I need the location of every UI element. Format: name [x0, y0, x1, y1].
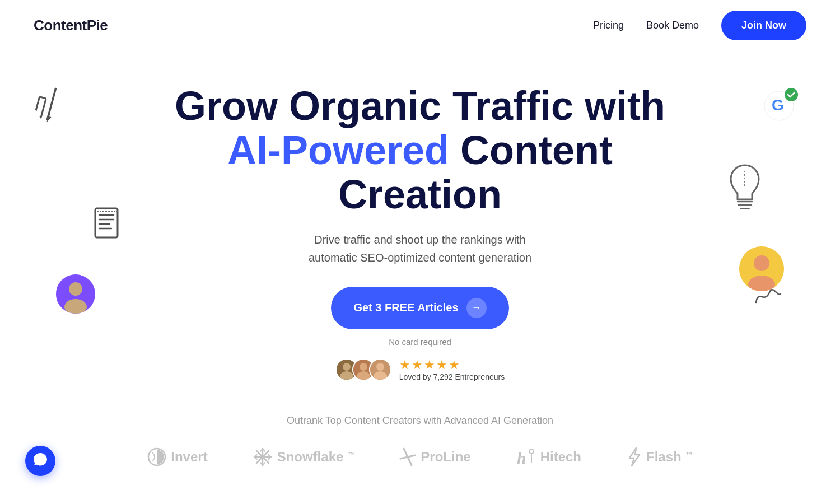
hero-title-line1: Grow Organic Traffic with [175, 83, 665, 128]
chat-bubble-button[interactable] [25, 446, 55, 476]
svg-text:h: h [517, 449, 526, 467]
loved-text: Loved by 7,292 Entrepreneurs [399, 372, 505, 381]
stars: ★★★★★ [399, 358, 461, 372]
no-card-text: No card required [389, 337, 451, 347]
chat-bubble-icon [33, 452, 48, 470]
logo-snowflake-text: Snowflake [277, 449, 344, 465]
nav-right: Pricing Book Demo Join Now [593, 11, 806, 40]
cta-label: Get 3 FREE Articles [353, 301, 458, 314]
logo-flash: Flash ™ [626, 447, 693, 467]
logo-proline: ProLine [399, 447, 470, 466]
nav-book-demo[interactable]: Book Demo [646, 20, 699, 31]
join-now-button[interactable]: Join Now [721, 11, 806, 40]
svg-point-45 [529, 449, 534, 454]
svg-point-29 [376, 363, 384, 371]
logo: ContentPie [34, 17, 108, 34]
logo-flash-text: Flash [646, 449, 682, 465]
logos-row: Invert Snowflake ™ [0, 447, 840, 467]
logos-section: Outrank Top Content Creators with Advanc… [0, 415, 840, 467]
navbar: ContentPie Pricing Book Demo Join Now [0, 0, 840, 50]
hero-title-accent: AI-Powered [227, 128, 449, 172]
hero-subtitle: Drive traffic and shoot up the rankings … [309, 231, 531, 267]
cta-arrow-icon: → [466, 298, 487, 318]
logo-invert-text: Invert [171, 449, 207, 465]
logo-hitech: h Hitech [516, 447, 581, 467]
cta-button[interactable]: Get 3 FREE Articles → [331, 287, 508, 329]
logos-tagline: Outrank Top Content Creators with Advanc… [0, 415, 840, 427]
hero-section: Grow Organic Traffic with AI-Powered Con… [0, 50, 840, 381]
svg-point-23 [343, 363, 351, 371]
nav-pricing[interactable]: Pricing [593, 20, 624, 31]
logo-snowflake: Snowflake ™ [253, 447, 355, 467]
hero-title: Grow Organic Traffic with AI-Powered Con… [168, 84, 672, 217]
avatar-group [335, 358, 391, 381]
logo-hitech-text: Hitech [540, 449, 581, 465]
logo-invert: Invert [147, 447, 207, 466]
svg-point-26 [360, 363, 367, 371]
logo-proline-text: ProLine [421, 449, 470, 465]
avatar-3 [369, 358, 391, 381]
rating-block: ★★★★★ Loved by 7,292 Entrepreneurs [399, 358, 505, 381]
social-proof: ★★★★★ Loved by 7,292 Entrepreneurs [335, 358, 505, 381]
